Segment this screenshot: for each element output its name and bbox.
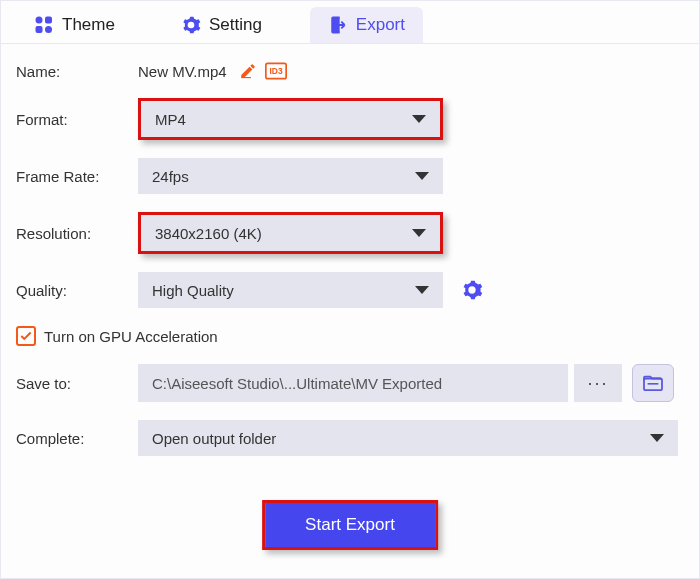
chevron-down-icon bbox=[415, 286, 429, 294]
svg-point-3 bbox=[45, 26, 52, 33]
tab-theme[interactable]: Theme bbox=[16, 7, 133, 43]
frame-rate-label: Frame Rate: bbox=[16, 168, 138, 185]
svg-text:ID3: ID3 bbox=[269, 66, 282, 76]
complete-select[interactable]: Open output folder bbox=[138, 420, 678, 456]
export-panel: Name: New MV.mp4 ID3 Format: MP4 Frame R… bbox=[1, 44, 699, 456]
svg-rect-2 bbox=[36, 26, 43, 33]
tab-export[interactable]: Export bbox=[310, 7, 423, 43]
id3-icon[interactable]: ID3 bbox=[265, 62, 287, 80]
format-value: MP4 bbox=[155, 111, 186, 128]
save-to-label: Save to: bbox=[16, 375, 138, 392]
start-export-button[interactable]: Start Export bbox=[265, 503, 435, 547]
browse-button[interactable]: ··· bbox=[574, 364, 622, 402]
gpu-checkbox[interactable] bbox=[16, 326, 36, 346]
complete-value: Open output folder bbox=[152, 430, 276, 447]
svg-rect-4 bbox=[241, 77, 251, 78]
chevron-down-icon bbox=[412, 115, 426, 123]
tab-setting[interactable]: Setting bbox=[163, 7, 280, 43]
tab-setting-label: Setting bbox=[209, 15, 262, 35]
tab-bar: Theme Setting Export bbox=[1, 1, 699, 44]
svg-rect-1 bbox=[45, 17, 52, 24]
save-to-path: C:\Aiseesoft Studio\...Ultimate\MV Expor… bbox=[138, 364, 568, 402]
quality-settings-button[interactable] bbox=[461, 279, 483, 301]
resolution-label: Resolution: bbox=[16, 225, 138, 242]
tab-theme-label: Theme bbox=[62, 15, 115, 35]
chevron-down-icon bbox=[412, 229, 426, 237]
resolution-select[interactable]: 3840x2160 (4K) bbox=[141, 215, 440, 251]
quality-select[interactable]: High Quality bbox=[138, 272, 443, 308]
tab-export-label: Export bbox=[356, 15, 405, 35]
export-icon bbox=[328, 15, 348, 35]
quality-value: High Quality bbox=[152, 282, 234, 299]
svg-point-0 bbox=[36, 17, 43, 24]
name-label: Name: bbox=[16, 63, 138, 80]
name-value: New MV.mp4 bbox=[138, 63, 227, 80]
svg-rect-8 bbox=[648, 383, 659, 385]
resolution-value: 3840x2160 (4K) bbox=[155, 225, 262, 242]
open-folder-button[interactable] bbox=[632, 364, 674, 402]
format-select[interactable]: MP4 bbox=[141, 101, 440, 137]
edit-icon[interactable] bbox=[239, 62, 257, 80]
gear-icon bbox=[181, 15, 201, 35]
gpu-label: Turn on GPU Acceleration bbox=[44, 328, 218, 345]
quality-label: Quality: bbox=[16, 282, 138, 299]
chevron-down-icon bbox=[650, 434, 664, 442]
theme-icon bbox=[34, 15, 54, 35]
frame-rate-value: 24fps bbox=[152, 168, 189, 185]
frame-rate-select[interactable]: 24fps bbox=[138, 158, 443, 194]
format-label: Format: bbox=[16, 111, 138, 128]
folder-icon bbox=[642, 374, 664, 392]
chevron-down-icon bbox=[415, 172, 429, 180]
complete-label: Complete: bbox=[16, 430, 138, 447]
